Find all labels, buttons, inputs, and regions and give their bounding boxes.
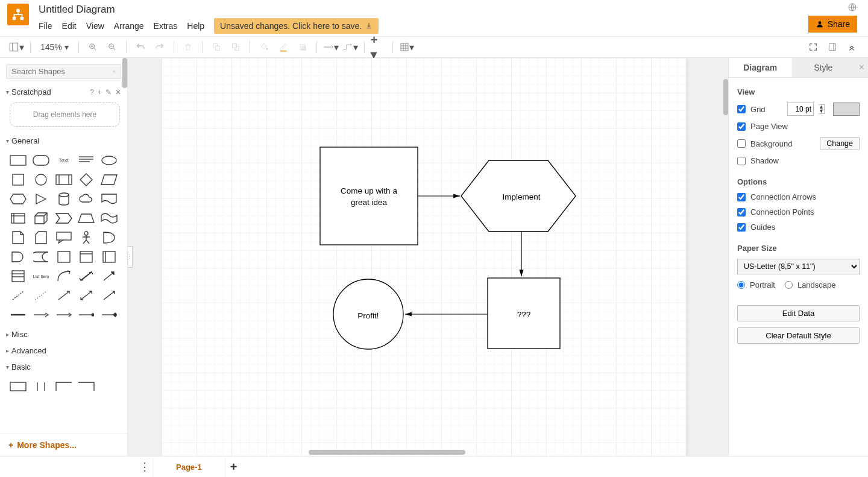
delete-button[interactable] [180, 39, 196, 55]
page-surface[interactable]: Come up with a great idea Implement ??? … [162, 58, 686, 456]
table-button[interactable]: ▾ [399, 39, 415, 55]
waypoint-style-button[interactable]: ▾ [342, 39, 358, 55]
line-color-button[interactable] [275, 39, 291, 55]
zoom-dropdown[interactable]: 145% ▾ [37, 42, 72, 52]
shape-actor[interactable] [77, 230, 96, 245]
shape-rounded-rect[interactable] [31, 153, 51, 168]
menu-arrange[interactable]: Arrange [114, 21, 144, 31]
shape-dashed[interactable] [8, 288, 28, 303]
shape-circle[interactable] [31, 172, 51, 188]
shape-arrow[interactable] [99, 268, 119, 284]
node-implement[interactable]: Implement [502, 192, 540, 201]
pageview-checkbox[interactable] [737, 122, 746, 131]
shape-hline-thick[interactable] [8, 307, 28, 323]
format-panel-toggle[interactable] [825, 39, 840, 55]
section-general[interactable]: ▾ General [0, 133, 127, 149]
shape-internal-storage[interactable] [8, 210, 28, 226]
shape-parallelogram[interactable] [99, 172, 119, 188]
shape-ellipse[interactable] [99, 153, 119, 168]
unsaved-changes-button[interactable]: Unsaved changes. Click here to save. [214, 18, 379, 34]
shape-dotted[interactable] [31, 288, 51, 303]
shape-text[interactable]: Text [54, 153, 74, 168]
shape-trapezoid[interactable] [77, 210, 96, 226]
shape-cube[interactable] [31, 210, 51, 226]
shape-list[interactable] [8, 268, 28, 284]
edit-data-button[interactable]: Edit Data [737, 305, 860, 321]
menu-file[interactable]: File [39, 21, 52, 31]
shape-partial2[interactable] [77, 379, 96, 394]
section-misc[interactable]: ▸ Misc [0, 326, 127, 343]
menu-help[interactable]: Help [187, 21, 204, 31]
shape-hline-diamond[interactable] [99, 307, 119, 323]
clear-default-style-button[interactable]: Clear Default Style [737, 327, 860, 344]
shape-or[interactable] [99, 230, 119, 245]
fullscreen-button[interactable] [805, 39, 821, 55]
menu-edit[interactable]: Edit [62, 21, 77, 31]
grid-stepper-icon[interactable]: ▲▼ [819, 104, 825, 114]
fill-color-button[interactable] [256, 39, 272, 55]
scratchpad-close-icon[interactable]: ✕ [115, 88, 121, 96]
shape-rect-b[interactable] [8, 379, 28, 394]
zoom-in-button[interactable] [85, 39, 101, 55]
insert-button[interactable]: + ▾ [371, 39, 386, 55]
redo-button[interactable] [152, 39, 168, 55]
menu-extras[interactable]: Extras [154, 21, 178, 31]
shape-callout[interactable] [54, 230, 74, 245]
conn-points-checkbox[interactable] [737, 208, 746, 216]
node-idea-l1[interactable]: Come up with a [341, 186, 397, 195]
document-title[interactable]: Untitled Diagram [39, 4, 379, 16]
shape-gap[interactable] [31, 379, 51, 394]
shape-card[interactable] [31, 230, 51, 245]
canvas-scrollbar-v[interactable] [723, 79, 728, 115]
scratchpad-help-icon[interactable]: ? [90, 88, 94, 96]
landscape-radio[interactable] [785, 281, 793, 289]
grid-color-swatch[interactable] [833, 103, 860, 116]
shape-bidir-arrow[interactable] [77, 268, 96, 284]
view-mode-button[interactable]: ▾ [8, 39, 24, 55]
sidebar-scrollbar[interactable] [122, 58, 127, 88]
scratchpad-dropzone[interactable]: Drag elements here [10, 103, 120, 127]
scratchpad-add-icon[interactable]: + [98, 88, 102, 96]
background-checkbox[interactable] [737, 139, 746, 148]
undo-button[interactable] [133, 39, 148, 55]
shape-and[interactable] [8, 249, 28, 265]
scratchpad-header[interactable]: ▾ Scratchpad ? + ✎ ✕ [0, 84, 127, 100]
connection-style-button[interactable]: ▾ [323, 39, 339, 55]
shape-rectangle[interactable] [8, 153, 28, 168]
page-tab-menu-button[interactable]: ⋮ [136, 456, 153, 477]
add-page-button[interactable]: + [225, 456, 242, 477]
shape-square[interactable] [8, 172, 28, 188]
shape-process[interactable] [54, 172, 74, 188]
shape-list2[interactable]: List Item [31, 268, 51, 284]
portrait-radio[interactable] [737, 281, 745, 289]
scratchpad-edit-icon[interactable]: ✎ [105, 88, 112, 96]
shape-cloud[interactable] [77, 191, 96, 207]
shape-container2[interactable] [77, 249, 96, 265]
shape-hexagon[interactable] [8, 191, 28, 207]
shape-bidir-line[interactable] [77, 288, 96, 303]
canvas-scrollbar-h[interactable] [309, 450, 465, 455]
shape-step[interactable] [54, 210, 74, 226]
section-advanced[interactable]: ▸ Advanced [0, 343, 127, 359]
grid-checkbox[interactable] [737, 105, 746, 113]
canvas[interactable]: ⋮ Come up with a great idea Implement [128, 58, 728, 456]
tab-diagram[interactable]: Diagram [729, 58, 792, 77]
shape-line-arrow[interactable] [54, 288, 74, 303]
shape-note[interactable] [8, 230, 28, 245]
page-tab-1[interactable]: Page-1 [153, 456, 225, 477]
share-button[interactable]: Share [808, 16, 857, 33]
shape-data-storage[interactable] [31, 249, 51, 265]
shadow-checkbox[interactable] [737, 157, 746, 165]
paper-size-select[interactable]: US-Letter (8,5" x 11") [737, 259, 860, 274]
section-basic[interactable]: ▾ Basic [0, 359, 127, 375]
menu-view[interactable]: View [86, 21, 104, 31]
to-back-button[interactable] [228, 39, 244, 55]
grid-size-input[interactable] [787, 103, 814, 116]
shape-hline-dot[interactable] [77, 307, 96, 323]
node-profit[interactable]: Profit! [357, 311, 379, 320]
shape-container3[interactable] [99, 249, 119, 265]
search-shapes-input[interactable] [6, 64, 121, 79]
shape-container[interactable] [54, 249, 74, 265]
shape-hline-arrow[interactable] [31, 307, 51, 323]
node-question[interactable]: ??? [517, 310, 531, 319]
